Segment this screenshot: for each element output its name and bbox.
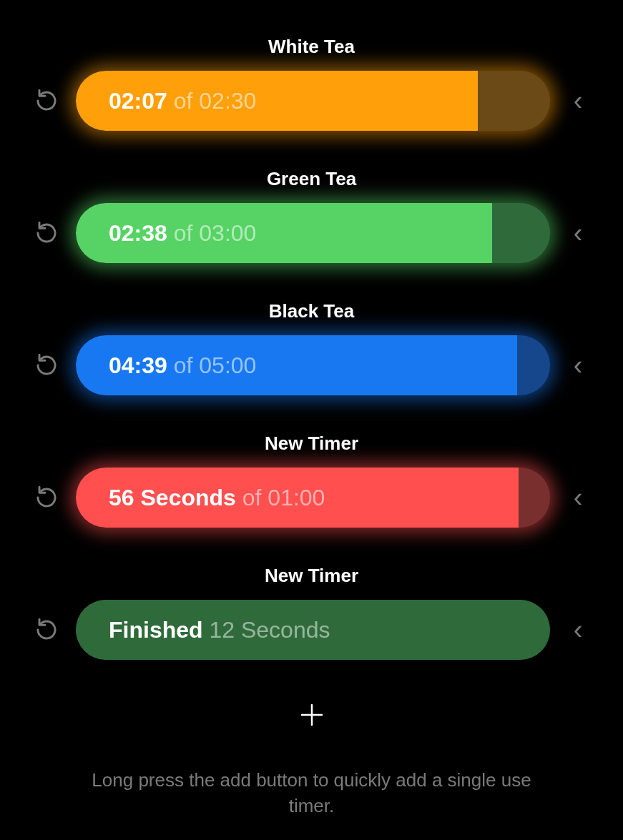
restart-icon[interactable] — [34, 485, 59, 510]
timer-time-text: 04:39 of 05:00 — [76, 352, 256, 379]
timer-controls: 02:38 of 03:00‹ — [0, 203, 623, 263]
timer-row: New Timer 56 Seconds of 01:00‹ — [0, 433, 623, 528]
restart-icon[interactable] — [34, 221, 59, 245]
timer-row: Black Tea 04:39 of 05:00‹ — [0, 300, 623, 395]
timer-title: New Timer — [265, 565, 358, 587]
timer-controls: Finished 12 Seconds‹ — [0, 600, 623, 660]
timer-pill[interactable]: Finished 12 Seconds — [76, 600, 550, 660]
timer-row: White Tea 02:07 of 02:30‹ — [0, 36, 623, 131]
timer-title: Green Tea — [267, 168, 356, 190]
timer-time-secondary: 12 Seconds — [209, 617, 330, 643]
timer-pill[interactable]: 02:38 of 03:00 — [76, 203, 550, 263]
timer-progress-track: 02:38 of 03:00 — [76, 203, 550, 263]
timer-controls: 04:39 of 05:00‹ — [0, 335, 623, 395]
timer-time-text: 02:38 of 03:00 — [76, 220, 256, 247]
timer-time-text: 56 Seconds of 01:00 — [76, 485, 325, 511]
timer-time-primary: Finished — [109, 617, 203, 643]
timer-time-text: 02:07 of 02:30 — [76, 88, 256, 114]
timer-controls: 56 Seconds of 01:00‹ — [0, 468, 623, 528]
timer-time-primary: 04:39 — [109, 352, 167, 378]
hint-text: Long press the add button to quickly add… — [83, 767, 541, 819]
restart-icon[interactable] — [34, 353, 59, 377]
timer-progress-track: Finished 12 Seconds — [76, 600, 550, 660]
chevron-left-icon[interactable]: ‹ — [567, 484, 589, 511]
timer-time-primary: 02:38 — [109, 220, 167, 246]
chevron-left-icon[interactable]: ‹ — [567, 87, 589, 114]
chevron-left-icon[interactable]: ‹ — [567, 219, 589, 247]
timer-progress-track: 04:39 of 05:00 — [76, 335, 550, 395]
timer-time-secondary: of 03:00 — [174, 220, 257, 246]
timer-time-primary: 56 Seconds — [109, 485, 236, 510]
timer-title: White Tea — [268, 36, 355, 58]
chevron-left-icon[interactable]: ‹ — [567, 616, 589, 643]
timer-time-primary: 02:07 — [109, 88, 167, 114]
timer-time-secondary: of 01:00 — [242, 485, 325, 510]
restart-icon[interactable] — [34, 89, 59, 113]
chevron-left-icon[interactable]: ‹ — [567, 352, 589, 379]
timer-row: Green Tea 02:38 of 03:00‹ — [0, 168, 623, 263]
timer-progress-track: 02:07 of 02:30 — [76, 71, 550, 131]
timer-pill[interactable]: 02:07 of 02:30 — [76, 71, 550, 131]
timer-pill[interactable]: 04:39 of 05:00 — [76, 335, 550, 395]
timer-title: Black Tea — [269, 300, 354, 322]
timer-title: New Timer — [265, 433, 358, 455]
timer-time-secondary: of 02:30 — [174, 88, 257, 114]
add-timer-button[interactable] — [294, 697, 330, 733]
restart-icon[interactable] — [34, 618, 59, 642]
timer-row: New Timer Finished 12 Seconds‹ — [0, 565, 623, 660]
timer-pill[interactable]: 56 Seconds of 01:00 — [76, 468, 550, 528]
timer-progress-track: 56 Seconds of 01:00 — [76, 468, 550, 528]
timer-controls: 02:07 of 02:30‹ — [0, 71, 623, 131]
timer-time-secondary: of 05:00 — [174, 352, 257, 378]
timer-time-text: Finished 12 Seconds — [76, 617, 330, 643]
